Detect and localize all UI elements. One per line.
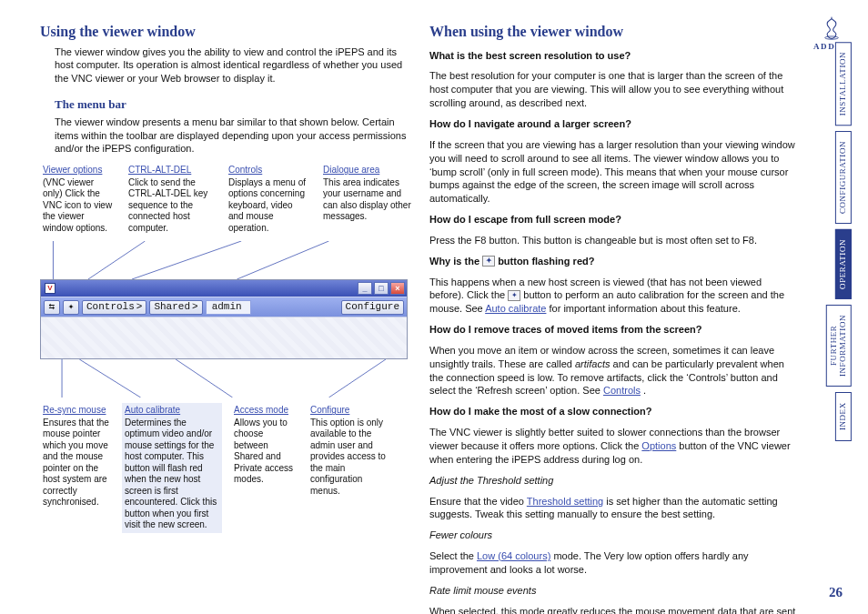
link-options[interactable]: Options xyxy=(641,440,676,451)
callout-row-top: Viewer options (VNC viewer only) Click t… xyxy=(40,163,408,236)
side-nav: INSTALLATION CONFIGURATION OPERATION FUR… xyxy=(826,42,852,441)
mock-client-area xyxy=(41,317,407,358)
configure-label: Configure xyxy=(346,300,399,314)
a-navigate: If the screen that you are viewing has a… xyxy=(429,138,797,206)
callout-body: This option is only available to the adm… xyxy=(310,418,386,496)
sub-fewer-colours-body: Select the Low (64 colours) mode. The Ve… xyxy=(429,549,797,577)
connector-lines-bottom xyxy=(40,359,408,398)
link-low-colours[interactable]: Low (64 colours) xyxy=(477,550,550,561)
heading-when-using: When using the viewer window xyxy=(429,22,797,42)
link-threshold-setting[interactable]: Threshold setting xyxy=(527,496,603,507)
callout-link[interactable]: CTRL-ALT-DEL xyxy=(128,165,214,176)
page-number: 26 xyxy=(829,583,843,601)
callout-link[interactable]: Controls xyxy=(228,165,308,176)
q-navigate: How do I navigate around a larger screen… xyxy=(429,117,797,131)
mock-titlebar: V _ □ × xyxy=(41,280,407,297)
a-flashing-red: This happens when a new host screen is v… xyxy=(429,276,797,317)
callout-link[interactable]: Viewer options xyxy=(43,165,114,176)
q-flashing-red: Why is the button flashing red? xyxy=(429,255,797,268)
shared-button[interactable]: Shared > xyxy=(149,300,202,315)
dialogue-area: admin xyxy=(206,300,251,315)
close-button[interactable]: × xyxy=(390,282,405,295)
callout-link[interactable]: Dialogue area xyxy=(323,165,412,176)
tab-operation[interactable]: OPERATION xyxy=(835,229,852,299)
callout-link[interactable]: Configure xyxy=(310,405,389,417)
chevron-down-icon: > xyxy=(192,300,198,314)
callout-body: Determines the optimum video and/or mous… xyxy=(125,418,217,530)
callout-access-mode: Access mode Allows you to choose between… xyxy=(231,403,298,533)
heading-menu-bar: The menu bar xyxy=(55,96,408,113)
minimize-button[interactable]: _ xyxy=(358,282,372,295)
tab-index[interactable]: INDEX xyxy=(835,392,852,441)
text: Ensure that the video xyxy=(429,496,527,507)
q-escape-fullscreen: How do I escape from full screen mode? xyxy=(429,213,797,226)
mock-toolbar: ⇆ ✦ Controls > Shared > admin xyxy=(41,297,407,317)
callout-link[interactable]: Auto calibrate xyxy=(125,405,219,417)
a-remove-traces: When you move an item or window across t… xyxy=(429,344,797,398)
callout-body: Ensures that the mouse pointer which you… xyxy=(43,418,109,508)
a-escape-fullscreen: Press the F8 button. This button is chan… xyxy=(429,234,797,247)
tab-installation[interactable]: INSTALLATION xyxy=(835,42,852,126)
right-column: When using the viewer window What is the… xyxy=(429,22,797,598)
q-resolution: What is the best screen resolution to us… xyxy=(429,49,797,63)
menubar-intro: The viewer window presents a menu bar si… xyxy=(55,116,408,156)
subhead-rate-limit: Rate limit mouse events xyxy=(429,584,797,598)
q-slow-connection: How do I make the most of a slow connect… xyxy=(429,405,797,418)
snake-icon xyxy=(820,16,843,40)
text: Why is the xyxy=(429,256,482,267)
callout-configure: Configure This option is only available … xyxy=(308,403,391,533)
text: Select the xyxy=(429,550,477,561)
callout-controls: Controls Displays a menu of options conc… xyxy=(226,163,311,236)
em-artifacts: artifacts xyxy=(575,358,611,369)
vnc-app-icon[interactable]: V xyxy=(45,283,56,294)
callout-dialogue-area: Dialogue area This area indicates your u… xyxy=(320,163,415,236)
heading-using-viewer: Using the viewer window xyxy=(40,22,408,42)
mock-viewer-window: V _ □ × ⇆ ✦ Controls > xyxy=(40,279,408,359)
link-controls[interactable]: Controls xyxy=(603,385,641,396)
dialogue-text: admin xyxy=(212,300,242,314)
auto-calibrate-icon xyxy=(482,256,495,267)
callout-body: Click to send the CTRL-ALT-DEL key seque… xyxy=(128,177,207,233)
controls-button[interactable]: Controls > xyxy=(82,300,146,315)
configure-button[interactable]: Configure xyxy=(341,300,404,315)
callout-body: Allows you to choose between Shared and … xyxy=(234,418,293,485)
text: . xyxy=(643,385,646,396)
text: button flashing red? xyxy=(498,256,594,267)
callout-body: Displays a menu of options concerning ke… xyxy=(228,177,306,233)
maximize-button[interactable]: □ xyxy=(374,282,389,295)
callout-row-bottom: Re-sync mouse Ensures that the mouse poi… xyxy=(40,403,408,533)
intro-paragraph: The viewer window gives you the ability … xyxy=(55,45,408,86)
auto-calibrate-icon xyxy=(508,290,520,301)
connector-lines-top xyxy=(40,241,408,279)
tab-configuration[interactable]: CONFIGURATION xyxy=(835,131,852,224)
a-resolution: The best resolution for your computer is… xyxy=(429,69,797,110)
callout-link[interactable]: Access mode xyxy=(234,405,296,417)
shared-label: Shared xyxy=(154,300,190,314)
subhead-fewer-colours: Fewer colours xyxy=(429,528,797,542)
a-slow-connection: The VNC viewer is slightly better suited… xyxy=(429,426,797,467)
chevron-down-icon: > xyxy=(136,300,143,314)
left-column: Using the viewer window The viewer windo… xyxy=(40,22,408,598)
callout-ctrl-alt-del: CTRL-ALT-DEL Click to send the CTRL-ALT-… xyxy=(126,163,217,236)
sub-rate-limit-body: When selected, this mode greatly reduces… xyxy=(429,605,797,614)
callout-link[interactable]: Re-sync mouse xyxy=(43,405,110,417)
window-buttons: _ □ × xyxy=(358,282,405,295)
sub-threshold-body: Ensure that the video Threshold setting … xyxy=(429,495,797,522)
auto-calibrate-icon[interactable]: ✦ xyxy=(63,300,79,315)
resync-mouse-icon[interactable]: ⇆ xyxy=(44,300,60,315)
link-auto-calibrate[interactable]: Auto calibrate xyxy=(485,303,546,314)
controls-label: Controls xyxy=(86,300,135,314)
callout-body: (VNC viewer only) Click the VNC icon to … xyxy=(43,177,112,233)
text: for important information about this fea… xyxy=(549,303,740,314)
annotated-figure: Viewer options (VNC viewer only) Click t… xyxy=(40,163,408,533)
q-remove-traces: How do I remove traces of moved items fr… xyxy=(429,323,797,337)
subhead-threshold: Adjust the Threshold setting xyxy=(429,474,797,488)
callout-resync-mouse: Re-sync mouse Ensures that the mouse poi… xyxy=(40,403,113,533)
callout-auto-calibrate: Auto calibrate Determines the optimum vi… xyxy=(122,403,222,533)
callout-body: This area indicates your username and ca… xyxy=(323,177,411,222)
tab-further-information[interactable]: FURTHER INFORMATION xyxy=(826,305,852,387)
callout-viewer-options: Viewer options (VNC viewer only) Click t… xyxy=(40,163,116,236)
